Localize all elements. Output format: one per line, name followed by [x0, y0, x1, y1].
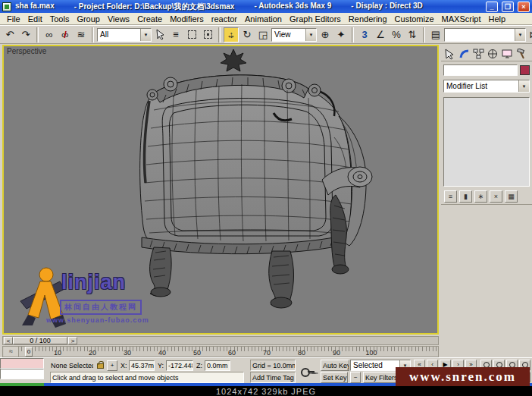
perspective-viewport[interactable]: Perspective — [2, 45, 439, 335]
modifier-stack-list[interactable] — [443, 97, 530, 187]
y-coord-field[interactable]: -172.448mm — [166, 360, 193, 371]
modify-tab-icon[interactable] — [457, 47, 471, 61]
chevron-down-icon: ▼ — [518, 80, 529, 92]
snaps-toggle-icon[interactable]: 3 — [357, 27, 372, 42]
named-selection-sets-icon[interactable]: ▤ — [428, 27, 443, 42]
grid-size-label: Grid = 10.0mm — [250, 360, 296, 371]
tick-label: 100 — [365, 349, 377, 357]
use-pivot-center-icon[interactable]: ⊕ — [318, 27, 333, 42]
object-color-swatch[interactable] — [520, 65, 530, 75]
select-and-scale-icon[interactable]: ◲ — [255, 27, 271, 42]
remove-modifier-icon[interactable]: × — [490, 190, 502, 203]
menu-help[interactable]: Help — [485, 14, 510, 24]
menu-tools[interactable]: Tools — [46, 14, 74, 24]
bind-to-space-warp-icon[interactable]: ≋ — [74, 27, 89, 42]
y-coord-label: Y: — [158, 362, 164, 369]
tick-label: 70 — [263, 349, 271, 357]
title-bar[interactable]: sha fa.max - Project Folder: D:\Backup\我… — [0, 0, 532, 13]
chevron-down-icon: ▼ — [515, 29, 525, 41]
mirror-icon[interactable]: ⋈ — [527, 27, 532, 42]
utilities-tab-icon[interactable] — [515, 47, 528, 61]
menu-edit[interactable]: Edit — [24, 14, 46, 24]
unlink-selection-icon[interactable]: ∞ / — [58, 27, 73, 42]
menu-modifiers[interactable]: Modifiers — [166, 14, 208, 24]
create-tab-icon[interactable] — [443, 47, 456, 61]
command-panel: Modifier List ▼ ≡ ▮ ∗ × ▦ — [441, 45, 532, 357]
pin-stack-icon[interactable]: ≡ — [444, 190, 457, 203]
motion-tab-icon[interactable] — [486, 47, 499, 61]
auto-key-button[interactable]: Auto Key — [321, 360, 349, 371]
select-by-name-icon[interactable]: ≡ — [168, 27, 183, 42]
frame-back-arrow[interactable]: < — [4, 337, 13, 344]
hierarchy-tab-icon[interactable] — [471, 47, 485, 61]
absolute-mode-icon[interactable]: + — [107, 360, 117, 371]
menu-customize[interactable]: Customize — [391, 14, 438, 24]
time-slider[interactable]: < 0 / 100 > — [2, 336, 439, 345]
track-bar[interactable]: ≈ 0 10 20 30 40 50 60 70 80 90 100 — [2, 346, 439, 357]
modifier-list-value: Modifier List — [444, 82, 518, 90]
configure-modifier-sets-icon[interactable]: ▦ — [505, 190, 518, 203]
select-and-move-icon[interactable]: ↔ ↕ — [224, 27, 239, 42]
title-project: - Project Folder: D:\Backup\我的文档\3dsmax — [74, 2, 235, 12]
maxscript-mini-listener-pink[interactable] — [0, 358, 44, 369]
modifier-list-dropdown[interactable]: Modifier List ▼ — [443, 80, 530, 93]
select-object-icon[interactable] — [152, 27, 167, 42]
tick-label: 60 — [228, 349, 236, 357]
selection-filter-dropdown[interactable]: All ▼ — [97, 28, 152, 42]
toolbar-separator — [92, 27, 94, 42]
select-and-manipulate-icon[interactable]: ✦ — [333, 27, 349, 42]
coord-system-dropdown[interactable]: View ▼ — [271, 28, 317, 42]
close-button[interactable]: × — [518, 2, 530, 12]
percent-snap-icon[interactable]: % — [389, 27, 404, 42]
menu-group[interactable]: Group — [73, 14, 104, 24]
object-name-field[interactable] — [443, 64, 518, 76]
minimize-button[interactable]: _ — [486, 2, 498, 12]
frame-forward-arrow[interactable]: > — [68, 337, 77, 344]
linjian-logo: linjian 林间自由人教程网 www.shenyuan-fubao.com — [17, 265, 154, 328]
menu-create[interactable]: Create — [133, 14, 166, 24]
z-coord-field[interactable]: 0.0mm — [205, 360, 230, 371]
show-end-result-icon[interactable]: ▮ — [459, 190, 472, 203]
redo-icon[interactable]: ↷ — [18, 27, 33, 42]
menu-views[interactable]: Views — [104, 14, 133, 24]
restore-button[interactable]: ❐ — [502, 2, 514, 12]
make-unique-icon[interactable]: ∗ — [474, 190, 487, 203]
named-sets-dropdown[interactable]: ▼ — [444, 28, 526, 42]
select-and-rotate-icon[interactable]: ↻ — [239, 27, 255, 42]
mini-curve-editor-icon[interactable]: ≈ — [4, 347, 19, 357]
maxscript-mini-listener-white[interactable] — [0, 369, 44, 379]
default-in-out-tangents-icon[interactable]: ~ — [350, 372, 361, 383]
x-coord-field[interactable]: 45.37mm — [129, 360, 155, 371]
display-tab-icon[interactable] — [500, 47, 514, 61]
track-bar-thumb[interactable]: 0 — [25, 347, 33, 357]
select-and-link-icon[interactable]: ∞ — [42, 27, 57, 42]
toolbar-separator — [218, 27, 221, 42]
chair-finial — [221, 49, 246, 71]
spinner-snap-icon[interactable]: ⇅ — [405, 27, 420, 42]
viewport-label[interactable]: Perspective — [7, 47, 46, 55]
set-key-button[interactable]: Set Key — [321, 372, 348, 383]
set-keys-key-icon[interactable] — [300, 364, 315, 379]
x-coord-label: X: — [120, 362, 127, 369]
menu-maxscript[interactable]: MAXScript — [438, 14, 485, 24]
window-crossing-icon[interactable] — [200, 27, 215, 42]
rect-selection-region-icon[interactable] — [184, 27, 199, 42]
add-time-tag[interactable]: Add Time Tag — [250, 372, 296, 383]
menu-reactor[interactable]: reactor — [208, 14, 241, 24]
tick-label: 20 — [89, 349, 96, 357]
menu-bar: File Edit Tools Group Views Create Modif… — [0, 13, 532, 25]
menu-graph-editors[interactable]: Graph Editors — [286, 14, 345, 24]
menu-animation[interactable]: Animation — [241, 14, 286, 24]
selection-lock-icon[interactable] — [97, 363, 104, 369]
coord-system-value: View — [272, 30, 305, 39]
menu-rendering[interactable]: Rendering — [345, 14, 391, 24]
selection-filter-value: All — [98, 30, 140, 39]
window-title: sha fa.max - Project Folder: D:\Backup\我… — [15, 2, 482, 12]
logo-url-text: www.shenyuan-fubao.com — [46, 316, 149, 324]
angle-snap-icon[interactable]: ∠ — [373, 27, 388, 42]
menu-file[interactable]: File — [3, 14, 24, 24]
time-slider-thumb[interactable]: 0 / 100 — [13, 337, 67, 344]
chevron-down-icon: ▼ — [305, 29, 316, 41]
move-vertical-glyph: ↕ — [226, 30, 236, 40]
undo-icon[interactable]: ↶ — [2, 27, 17, 42]
